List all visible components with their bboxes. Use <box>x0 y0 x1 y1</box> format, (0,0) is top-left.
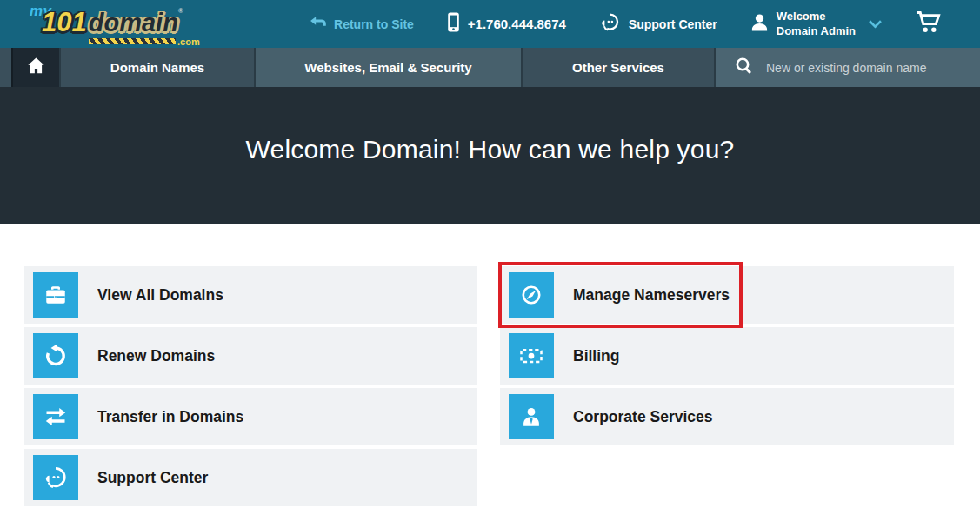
menu-item-manage-nameservers[interactable]: Manage Nameservers <box>500 266 954 324</box>
tab-domain-names[interactable]: Domain Names <box>59 48 254 87</box>
transfer-arrows-icon <box>33 394 78 439</box>
menu-item-label: View All Domains <box>97 286 223 304</box>
user-account-menu[interactable]: Welcome Domain Admin <box>750 10 882 38</box>
menu-item-transfer-in-domains[interactable]: Transfer in Domains <box>24 388 477 445</box>
dashboard-menu: View All Domains Renew Domains Transfer … <box>0 224 980 510</box>
tab-websites-email-security[interactable]: Websites, Email & Security <box>254 48 521 87</box>
cart-icon <box>915 10 942 37</box>
headset-icon <box>33 455 78 500</box>
user-icon <box>750 13 769 35</box>
return-to-site-label: Return to Site <box>334 17 414 31</box>
tab-other-services[interactable]: Other Services <box>521 48 714 87</box>
menu-item-label: Support Center <box>97 469 208 487</box>
logo-hatch-stripes <box>89 38 176 44</box>
menu-item-label: Manage Nameservers <box>573 286 730 304</box>
home-tab[interactable] <box>11 48 59 87</box>
renew-icon <box>33 333 78 378</box>
mobile-phone-icon <box>447 12 460 36</box>
welcome-line: Welcome <box>777 10 826 23</box>
logo-main-text: 101domain® <box>42 7 183 38</box>
home-icon <box>26 57 46 78</box>
topbar-actions: Return to Site +1.760.444.8674 Support C… <box>310 10 980 38</box>
support-center-label: Support Center <box>629 17 717 31</box>
nav-left-spacer <box>0 48 11 87</box>
menu-item-renew-domains[interactable]: Renew Domains <box>24 327 477 385</box>
tab-label: Domain Names <box>110 60 204 75</box>
phone-number: +1.760.444.8674 <box>468 17 566 31</box>
logo-stripe: .com <box>89 37 200 47</box>
site-logo[interactable]: my 101domain® .com <box>23 2 205 47</box>
main-nav: Domain Names Websites, Email & Security … <box>0 48 980 87</box>
tab-label: Other Services <box>572 60 664 75</box>
menu-item-label: Renew Domains <box>97 347 215 365</box>
menu-column-left: View All Domains Renew Domains Transfer … <box>24 266 477 510</box>
menu-item-label: Corporate Services <box>573 408 713 426</box>
welcome-user-label: Welcome Domain Admin <box>777 10 856 38</box>
cart-button[interactable] <box>915 10 942 37</box>
banknote-icon <box>509 333 554 378</box>
domain-search-box[interactable] <box>714 48 980 87</box>
menu-column-right: Manage Nameservers Billing Corporate Ser… <box>500 266 954 510</box>
search-icon <box>735 57 754 79</box>
tab-label: Websites, Email & Security <box>304 60 471 75</box>
return-arrow-icon <box>310 16 326 32</box>
compass-icon <box>509 272 554 318</box>
briefcase-icon <box>33 272 78 318</box>
return-to-site-link[interactable]: Return to Site <box>310 16 414 32</box>
phone-contact[interactable]: +1.760.444.8674 <box>447 12 566 36</box>
search-input[interactable] <box>764 60 977 76</box>
username-line: Domain Admin <box>777 24 856 37</box>
menu-item-label: Billing <box>573 347 619 365</box>
hero-banner: Welcome Domain! How can we help you? <box>0 87 980 224</box>
support-center-link[interactable]: Support Center <box>599 11 717 37</box>
page-title: Welcome Domain! How can we help you? <box>246 135 735 164</box>
top-bar: my 101domain® .com Return to Site +1.760… <box>0 0 980 48</box>
headset-icon <box>599 11 621 37</box>
menu-item-support-center[interactable]: Support Center <box>24 449 477 506</box>
menu-item-billing[interactable]: Billing <box>500 327 954 385</box>
chevron-down-icon[interactable] <box>869 20 882 29</box>
person-icon <box>509 394 554 439</box>
menu-item-label: Transfer in Domains <box>97 408 243 426</box>
menu-item-corporate-services[interactable]: Corporate Services <box>500 388 954 445</box>
menu-item-view-all-domains[interactable]: View All Domains <box>24 266 477 324</box>
logo-tld-text: .com <box>177 37 200 47</box>
